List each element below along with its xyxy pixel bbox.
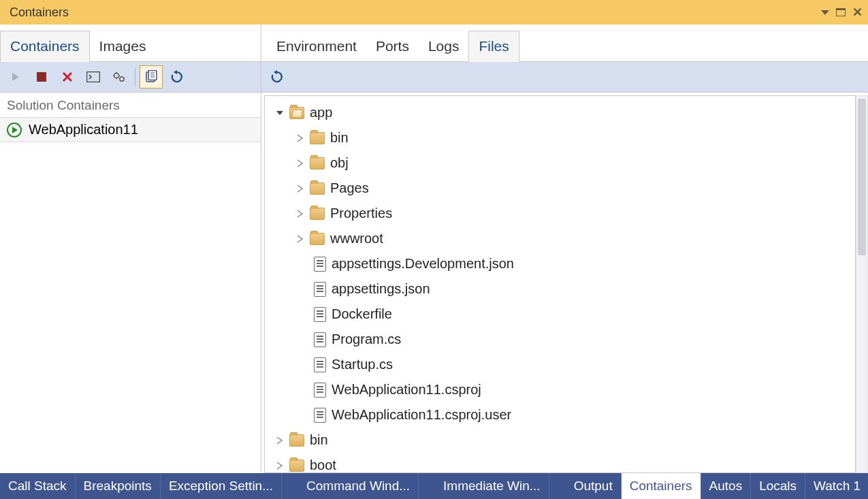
stop-icon: [37, 72, 46, 82]
container-item[interactable]: WebApplication11: [0, 118, 261, 142]
gears-icon: [112, 71, 126, 83]
tab-containers[interactable]: Containers: [0, 31, 90, 62]
file-icon: [314, 307, 326, 322]
tree-label: obj: [330, 155, 349, 171]
tree-label: bin: [330, 130, 349, 146]
chevron-right-icon[interactable]: [295, 133, 306, 144]
tree-file[interactable]: Startup.cs: [265, 352, 855, 377]
titlebar: Containers ✕: [0, 0, 868, 25]
tab-environment[interactable]: Environment: [267, 31, 366, 61]
folder-icon: [310, 182, 325, 195]
tree-folder-bin[interactable]: bin: [265, 125, 855, 150]
dock-callstack[interactable]: Call Stack: [0, 473, 76, 499]
dock-breakpoints[interactable]: Breakpoints: [76, 473, 161, 499]
file-icon: [314, 383, 326, 398]
tree-label: Program.cs: [332, 332, 401, 347]
tree-file[interactable]: appsettings.json: [265, 276, 855, 302]
tree-folder-properties[interactable]: Properties: [265, 201, 855, 226]
stop-button[interactable]: [30, 65, 53, 88]
tree-folder-pages[interactable]: Pages: [265, 176, 855, 201]
chevron-right-icon[interactable]: [295, 234, 306, 244]
file-icon: [314, 257, 326, 272]
right-panel: Environment Ports Logs Files: [261, 25, 868, 473]
start-button: [4, 65, 27, 88]
tab-images[interactable]: Images: [90, 31, 156, 61]
x-icon: [61, 71, 74, 83]
dock-autos[interactable]: Autos: [701, 473, 752, 499]
copy-icon: [144, 70, 158, 84]
dock-exception[interactable]: Exception Settin...: [161, 473, 282, 499]
left-toolbar: [0, 62, 261, 93]
right-tabstrip: Environment Ports Logs Files: [261, 25, 868, 62]
tree-folder-root-boot[interactable]: boot: [265, 453, 855, 473]
dock-immediate[interactable]: Immediate Win...: [435, 473, 549, 499]
right-toolbar: [261, 62, 868, 93]
file-tree[interactable]: app bin obj: [264, 95, 856, 473]
file-icon: [314, 357, 326, 372]
tree-label: Dockerfile: [332, 306, 392, 322]
bottom-dock: Call Stack Breakpoints Exception Settin.…: [0, 473, 868, 499]
tab-files[interactable]: Files: [468, 31, 519, 62]
folder-icon: [310, 157, 325, 170]
folder-icon: [310, 132, 325, 144]
window-position-icon[interactable]: [821, 10, 829, 15]
refresh-button[interactable]: [165, 65, 189, 88]
dock-gap: [282, 473, 298, 499]
close-icon[interactable]: ✕: [852, 5, 863, 20]
tab-ports[interactable]: Ports: [366, 31, 419, 61]
svg-point-2: [114, 74, 119, 78]
refresh-icon: [270, 70, 284, 84]
tree-folder-wwwroot[interactable]: wwwroot: [265, 226, 855, 251]
dock-watch[interactable]: Watch 1: [805, 473, 868, 499]
tree-file[interactable]: Dockerfile: [265, 302, 855, 327]
file-icon: [314, 282, 326, 297]
play-icon: [10, 71, 21, 82]
chevron-down-icon[interactable]: [274, 108, 285, 118]
chevron-right-icon[interactable]: [295, 208, 306, 219]
container-item-label: WebApplication11: [29, 122, 138, 138]
tree-folder-root-bin[interactable]: bin: [265, 428, 855, 453]
tree-label: Properties: [330, 206, 392, 221]
files-refresh-button[interactable]: [266, 65, 289, 88]
scrollbar[interactable]: [856, 95, 868, 473]
dock-containers[interactable]: Containers: [622, 473, 701, 499]
left-panel: Containers Images: [0, 25, 261, 473]
settings-button[interactable]: [108, 65, 131, 88]
folder-icon: [289, 434, 304, 447]
running-icon: [7, 123, 22, 138]
tab-logs[interactable]: Logs: [419, 31, 469, 61]
dock-output[interactable]: Output: [566, 473, 622, 499]
section-header: Solution Containers: [0, 93, 261, 118]
folder-icon: [310, 233, 325, 245]
maximize-icon[interactable]: [836, 8, 846, 16]
tree-label: bin: [310, 432, 328, 448]
copy-button[interactable]: [140, 65, 163, 88]
tree-folder-obj[interactable]: obj: [265, 150, 855, 176]
tree-file[interactable]: WebApplication11.csproj.user: [265, 402, 855, 428]
svg-rect-0: [37, 72, 46, 82]
refresh-icon: [170, 70, 184, 84]
remove-button[interactable]: [56, 65, 79, 88]
tree-label: WebApplication11.csproj.user: [332, 407, 511, 423]
tree-label: appsettings.Development.json: [332, 256, 514, 272]
file-icon: [314, 408, 326, 423]
tree-file[interactable]: Program.cs: [265, 327, 855, 352]
chevron-right-icon[interactable]: [295, 158, 306, 169]
dock-locals[interactable]: Locals: [751, 473, 805, 499]
tree-label: WebApplication11.csproj: [332, 382, 481, 398]
dock-command[interactable]: Command Wind...: [298, 473, 419, 499]
toolbar-separator: [135, 68, 135, 86]
scrollbar-thumb[interactable]: [858, 99, 866, 255]
chevron-right-icon[interactable]: [274, 435, 285, 446]
tree-file[interactable]: WebApplication11.csproj: [265, 377, 855, 402]
chevron-right-icon[interactable]: [274, 460, 285, 471]
file-icon: [314, 332, 326, 347]
tree-folder-app[interactable]: app: [265, 100, 855, 125]
tree-label: boot: [310, 457, 336, 473]
terminal-button[interactable]: [82, 65, 105, 88]
svg-rect-1: [87, 72, 100, 82]
tree-label: app: [310, 105, 332, 120]
chevron-right-icon[interactable]: [295, 183, 306, 194]
tree-label: Pages: [330, 180, 369, 196]
tree-file[interactable]: appsettings.Development.json: [265, 251, 855, 276]
